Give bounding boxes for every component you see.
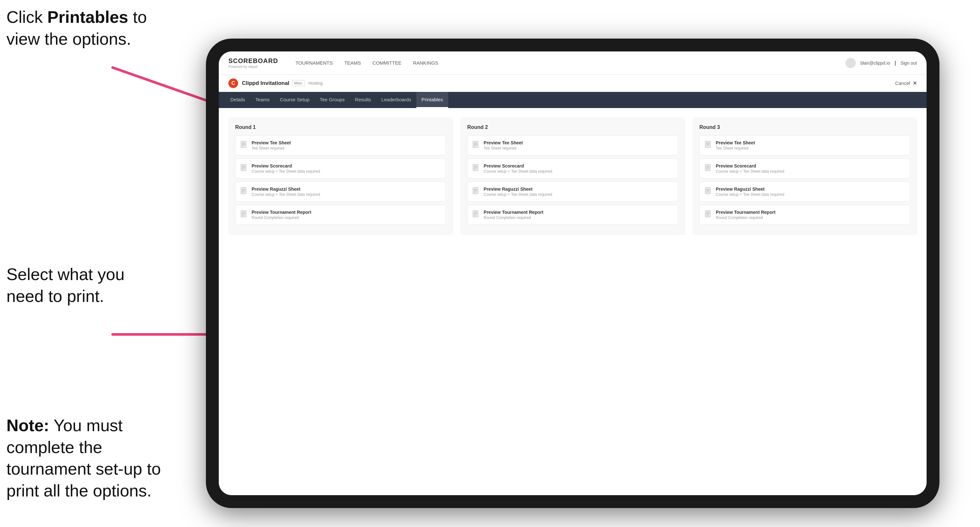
round-2-title: Round 2: [467, 124, 678, 130]
round-3-raguzzi[interactable]: Preview Raguzzi Sheet Course setup + Tee…: [700, 182, 910, 202]
tab-leaderboards[interactable]: Leaderboards: [376, 92, 416, 108]
powered-by-text: Powered by clippd: [228, 65, 278, 68]
round-3-tournament-report-subtitle: Round Completion required: [716, 216, 776, 220]
round-2-tee-sheet-title: Preview Tee Sheet: [484, 140, 523, 145]
round-3-tournament-report-title: Preview Tournament Report: [716, 210, 776, 215]
top-navigation: SCOREBOARD Powered by clippd TOURNAMENTS…: [219, 51, 927, 75]
round-1-tee-sheet-title: Preview Tee Sheet: [251, 140, 291, 145]
round-2-raguzzi-subtitle: Course setup + Tee Sheet data required: [484, 192, 552, 197]
tab-course-setup[interactable]: Course Setup: [275, 92, 315, 108]
round-3-raguzzi-title: Preview Raguzzi Sheet: [716, 186, 784, 192]
round-1-tournament-report[interactable]: Preview Tournament Report Round Completi…: [235, 205, 446, 225]
document-icon: [473, 187, 480, 195]
round-3-scorecard[interactable]: Preview Scorecard Course setup + Tee She…: [700, 159, 910, 178]
document-icon: [705, 141, 712, 149]
round-1-raguzzi[interactable]: Preview Raguzzi Sheet Course setup + Tee…: [235, 182, 446, 202]
tab-bar: Details Teams Course Setup Tee Groups Re…: [219, 92, 927, 108]
tournament-header: C Clippd Invitational Men Hosting Cancel…: [219, 75, 927, 92]
round-2-column: Round 2 Preview Tee Sheet Tee Sheet requ…: [460, 118, 685, 235]
tab-tee-groups[interactable]: Tee Groups: [315, 92, 350, 108]
round-1-tee-sheet-subtitle: Tee Sheet required: [251, 146, 291, 151]
round-3-tournament-report[interactable]: Preview Tournament Report Round Completi…: [700, 205, 910, 225]
round-1-scorecard-subtitle: Course setup + Tee Sheet data required: [251, 169, 320, 174]
tournament-logo: C: [228, 78, 238, 88]
annotation-bottom: Note: You must complete the tournament s…: [6, 415, 167, 502]
document-icon: [705, 164, 712, 172]
cancel-button[interactable]: Cancel ✕: [895, 80, 917, 86]
round-3-tee-sheet[interactable]: Preview Tee Sheet Tee Sheet required: [700, 135, 910, 155]
top-nav-links: TOURNAMENTS TEAMS COMMITTEE RANKINGS: [291, 58, 845, 68]
document-icon: [241, 141, 248, 149]
round-2-raguzzi[interactable]: Preview Raguzzi Sheet Course setup + Tee…: [467, 182, 678, 202]
round-1-raguzzi-subtitle: Course setup + Tee Sheet data required: [251, 192, 320, 197]
round-2-scorecard[interactable]: Preview Scorecard Course setup + Tee She…: [467, 159, 678, 178]
nav-rankings[interactable]: RANKINGS: [409, 58, 443, 68]
round-3-scorecard-title: Preview Scorecard: [716, 163, 784, 168]
document-icon: [241, 164, 248, 172]
round-2-tee-sheet[interactable]: Preview Tee Sheet Tee Sheet required: [467, 135, 678, 155]
tablet-device: SCOREBOARD Powered by clippd TOURNAMENTS…: [206, 38, 939, 508]
tablet-screen: SCOREBOARD Powered by clippd TOURNAMENTS…: [219, 51, 927, 495]
document-icon: [473, 141, 480, 149]
nav-committee[interactable]: COMMITTEE: [368, 58, 406, 68]
document-icon: [241, 187, 248, 195]
main-content: Round 1 Preview Tee Sheet Tee Sheet requ…: [219, 108, 927, 495]
round-3-column: Round 3 Preview Tee Sheet Tee Sheet requ…: [693, 118, 917, 235]
avatar: [845, 58, 856, 68]
document-icon: [705, 187, 712, 195]
document-icon: [705, 210, 712, 219]
tab-results[interactable]: Results: [350, 92, 376, 108]
round-2-tournament-report-title: Preview Tournament Report: [484, 210, 543, 215]
scoreboard-logo: SCOREBOARD Powered by clippd: [228, 57, 278, 68]
document-icon: [473, 210, 480, 219]
document-icon: [473, 164, 480, 172]
document-icon: [241, 210, 248, 219]
round-1-tournament-report-title: Preview Tournament Report: [251, 210, 312, 215]
nav-tournaments[interactable]: TOURNAMENTS: [291, 58, 337, 68]
sign-out-link[interactable]: Sign out: [900, 60, 917, 66]
tournament-name: Clippd Invitational: [242, 80, 289, 86]
round-3-tee-sheet-subtitle: Tee Sheet required: [716, 146, 755, 151]
round-2-raguzzi-title: Preview Raguzzi Sheet: [484, 186, 552, 192]
round-1-title: Round 1: [235, 124, 446, 130]
round-3-raguzzi-subtitle: Course setup + Tee Sheet data required: [716, 192, 784, 197]
round-1-column: Round 1 Preview Tee Sheet Tee Sheet requ…: [228, 118, 453, 235]
tab-printables[interactable]: Printables: [416, 92, 448, 108]
tournament-badge: Men: [292, 80, 304, 86]
tab-details[interactable]: Details: [225, 92, 250, 108]
round-2-scorecard-subtitle: Course setup + Tee Sheet data required: [484, 169, 552, 174]
top-nav-right: blair@clippd.io | Sign out: [845, 58, 917, 68]
tab-teams[interactable]: Teams: [250, 92, 275, 108]
round-3-tee-sheet-title: Preview Tee Sheet: [716, 140, 755, 145]
round-1-raguzzi-title: Preview Raguzzi Sheet: [251, 186, 320, 192]
round-3-title: Round 3: [700, 124, 910, 130]
round-2-scorecard-title: Preview Scorecard: [484, 163, 552, 168]
logo-text: SCOREBOARD: [228, 57, 278, 65]
annotation-top: Click Printables to view the options.: [6, 6, 148, 50]
user-email: blair@clippd.io: [860, 60, 890, 66]
rounds-container: Round 1 Preview Tee Sheet Tee Sheet requ…: [228, 118, 917, 235]
round-3-scorecard-subtitle: Course setup + Tee Sheet data required: [716, 169, 784, 174]
nav-teams[interactable]: TEAMS: [340, 58, 366, 68]
tournament-status: Hosting: [309, 81, 323, 86]
round-1-tee-sheet[interactable]: Preview Tee Sheet Tee Sheet required: [235, 135, 446, 155]
round-1-scorecard-title: Preview Scorecard: [251, 163, 320, 168]
round-2-tournament-report-subtitle: Round Completion required: [484, 216, 543, 220]
round-2-tournament-report[interactable]: Preview Tournament Report Round Completi…: [467, 205, 678, 225]
round-1-scorecard[interactable]: Preview Scorecard Course setup + Tee She…: [235, 159, 446, 178]
round-1-tournament-report-subtitle: Round Completion required: [251, 216, 312, 220]
round-2-tee-sheet-subtitle: Tee Sheet required: [484, 146, 523, 151]
annotation-middle: Select what you need to print.: [6, 264, 148, 307]
